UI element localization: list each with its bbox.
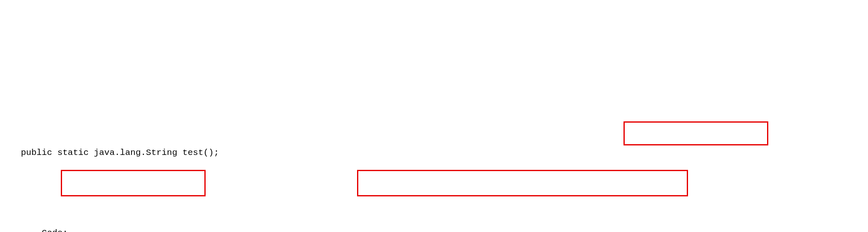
red-box-interfacemethod — [357, 170, 688, 196]
bytecode-listing: public static java.lang.String test(); C… — [0, 64, 868, 232]
code-line-code-label: Code: — [0, 209, 868, 225]
red-box-invokeinterface — [61, 170, 206, 196]
code-line-signature: public static java.lang.String test(); — [0, 129, 868, 145]
method-signature: public static java.lang.String test(); — [21, 148, 219, 157]
code-label: Code: — [21, 228, 67, 232]
